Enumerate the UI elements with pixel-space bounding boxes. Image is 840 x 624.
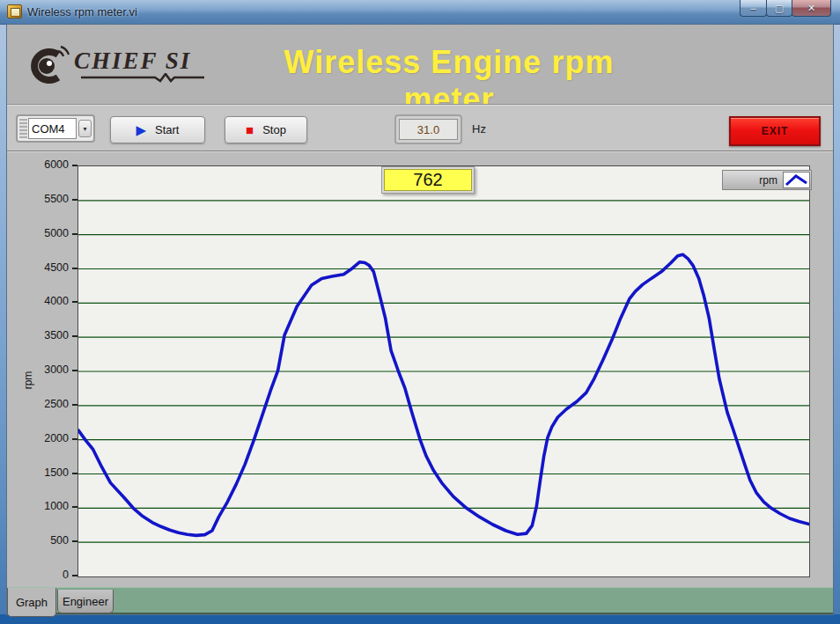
- y-tick-label: 5000: [18, 227, 69, 239]
- window-title-bar[interactable]: Wireless rpm meter.vi – ▢ ✕: [0, 0, 840, 25]
- tab-graph[interactable]: Graph: [7, 588, 56, 617]
- current-rpm-indicator: 762: [381, 166, 475, 194]
- control-bar: COM4 ▾ ▶ Start ■ Stop 31.0 Hz EXIT: [7, 104, 833, 151]
- stop-button[interactable]: ■ Stop: [225, 116, 307, 143]
- y-tick-label: 1000: [18, 500, 69, 512]
- com-port-value[interactable]: COM4: [28, 118, 77, 139]
- window-border-right: [833, 25, 840, 614]
- logo-text: CHIEF SI: [74, 49, 206, 73]
- chevron-down-icon: ▾: [83, 125, 86, 133]
- legend-series-label: rpm: [759, 174, 777, 187]
- com-port-dropdown-button[interactable]: ▾: [78, 120, 92, 137]
- y-tick-label: 0: [18, 569, 69, 581]
- com-port-selector[interactable]: COM4 ▾: [16, 114, 95, 143]
- minimize-button[interactable]: –: [740, 0, 767, 17]
- maximize-icon: ▢: [775, 3, 784, 14]
- start-button-label: Start: [155, 123, 179, 136]
- y-tick-label: 5500: [18, 193, 69, 205]
- tab-strip: Graph Engineer: [7, 587, 833, 614]
- tab-engineer[interactable]: Engineer: [57, 590, 114, 613]
- labview-vi-app-icon: [7, 4, 22, 18]
- chief-si-logo: CHIEF SI: [21, 44, 206, 88]
- window-border-left: [0, 25, 7, 614]
- y-tick-label: 3500: [18, 329, 69, 341]
- stop-icon: ■: [246, 123, 254, 136]
- minimize-icon: –: [750, 3, 755, 13]
- legend-trace-icon: [784, 173, 809, 187]
- y-tick-label: 4000: [18, 295, 69, 307]
- plot-legend[interactable]: rpm: [722, 170, 812, 190]
- start-button[interactable]: ▶ Start: [110, 116, 205, 143]
- vi-front-panel: CHIEF SI Wireless Engine rpm meter COM4 …: [7, 25, 833, 614]
- y-tick-label: 1500: [18, 466, 69, 479]
- y-tick-label: 500: [18, 534, 69, 547]
- close-button[interactable]: ✕: [792, 0, 831, 17]
- legend-line-sample[interactable]: [783, 172, 810, 188]
- exit-button-label: EXIT: [762, 125, 789, 137]
- rpm-chart-plot-area: [77, 165, 810, 577]
- frequency-input[interactable]: 31.0: [394, 114, 462, 144]
- close-icon: ✕: [807, 3, 815, 14]
- tab-engineer-label: Engineer: [63, 595, 108, 608]
- y-tick-label: 2000: [18, 432, 69, 444]
- current-rpm-value: 762: [384, 169, 472, 191]
- y-tick-label: 2500: [18, 398, 69, 410]
- y-tick-label: 3000: [18, 363, 69, 376]
- window-title: Wireless rpm meter.vi: [27, 5, 137, 18]
- desktop-background: Wireless rpm meter.vi – ▢ ✕: [0, 0, 840, 624]
- exit-button[interactable]: EXIT: [729, 116, 821, 146]
- rpm-waveform-chart: [78, 166, 809, 576]
- maximize-button[interactable]: ▢: [766, 0, 792, 17]
- header-section: CHIEF SI Wireless Engine rpm meter: [7, 25, 833, 104]
- tab-graph-label: Graph: [16, 596, 48, 609]
- chief-si-logo-mark: [21, 44, 70, 88]
- play-icon: ▶: [136, 123, 146, 136]
- y-tick-label: 6000: [18, 158, 69, 171]
- y-tick-label: 4500: [18, 261, 69, 274]
- visa-io-icon: [19, 119, 27, 138]
- graph-panel: rpm 050010001500200025003000350040004500…: [7, 151, 833, 587]
- frequency-unit-label: Hz: [472, 122, 486, 136]
- frequency-value[interactable]: 31.0: [399, 119, 458, 140]
- stop-button-label: Stop: [262, 123, 286, 136]
- logo-underline-heartbeat: [74, 73, 206, 83]
